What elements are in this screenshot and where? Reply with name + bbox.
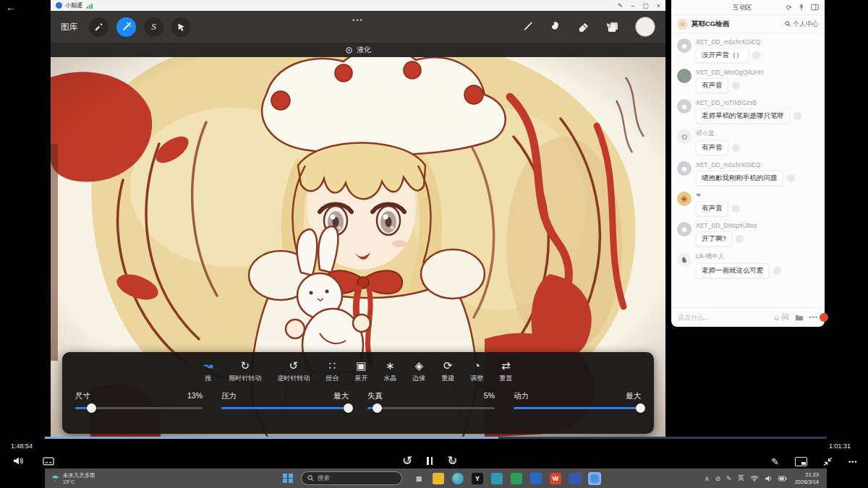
pen-status-icon[interactable]: ✎ bbox=[726, 475, 732, 482]
folder-button[interactable] bbox=[795, 314, 804, 321]
liquify-tool[interactable]: ∗ 水晶 bbox=[383, 359, 396, 383]
close-button[interactable]: × bbox=[657, 2, 660, 9]
slider-track[interactable] bbox=[221, 407, 349, 409]
smiley-icon: ☺ bbox=[773, 314, 780, 322]
slider-track[interactable] bbox=[367, 407, 495, 409]
hidden-icons-chevron[interactable]: ∧ bbox=[705, 475, 710, 482]
brush-button[interactable] bbox=[521, 21, 533, 33]
slider-knob[interactable] bbox=[636, 403, 645, 413]
selection-button[interactable]: S bbox=[144, 17, 163, 37]
liquify-tool[interactable]: ⇄ 重置 bbox=[499, 359, 512, 383]
chat-message: ☻ XET_DD_DWqzKJltos 开了啊? bbox=[677, 222, 819, 247]
taskbar-app-icon[interactable] bbox=[452, 473, 464, 484]
liquify-tool-label: 推 bbox=[205, 374, 211, 383]
taskbar-app-icon[interactable] bbox=[530, 473, 542, 484]
taskbar-clock[interactable]: 21:23 2026/3/14 bbox=[795, 471, 819, 485]
slider-track[interactable] bbox=[75, 407, 203, 409]
player-more-button[interactable]: ••• bbox=[848, 458, 857, 466]
weather-widget[interactable]: ☂ 未来几天多雨 15°C bbox=[45, 472, 166, 485]
paint-app-window: 小鹅通 ✎ – ▢ × 图库 bbox=[51, 0, 665, 437]
video-progress-bar[interactable] bbox=[45, 437, 827, 439]
liquify-tool-icon: ↺ bbox=[289, 359, 298, 372]
taskbar-app-icon[interactable]: Y bbox=[472, 473, 483, 484]
wrench-button[interactable] bbox=[89, 17, 109, 37]
chat-message-list[interactable]: ☻ XET_DD_mSchrXGiEQ 没开声音（） XET_DD_WmOgQi… bbox=[671, 33, 825, 307]
layers-button[interactable] bbox=[605, 21, 619, 33]
chat-input[interactable]: 说点什么... bbox=[678, 313, 767, 322]
back-button[interactable]: ← bbox=[6, 1, 16, 13]
wifi-icon[interactable] bbox=[750, 475, 759, 481]
taskbar-search-box[interactable]: 搜索 bbox=[301, 471, 402, 485]
taskbar-app-icon[interactable] bbox=[569, 473, 581, 484]
slider-knob[interactable] bbox=[344, 403, 353, 413]
chat-username: XET_DD_mSchrXGiEQ bbox=[696, 161, 819, 168]
taskbar-app-icon[interactable] bbox=[511, 473, 522, 484]
taskbar-app-icon[interactable]: ▦ bbox=[413, 473, 425, 484]
chat-more-button[interactable]: ••• bbox=[809, 314, 818, 321]
focus-assist-icon[interactable]: ⊘ bbox=[715, 475, 721, 482]
chat-username: XET_DD_mSchrXGiEQ bbox=[696, 38, 819, 46]
message-action-icon[interactable] bbox=[752, 51, 760, 59]
annotate-pencil-button[interactable]: ✎ bbox=[771, 456, 779, 467]
slider-knob[interactable] bbox=[87, 403, 96, 413]
ask-question-button[interactable]: ☺ 问 bbox=[773, 312, 788, 322]
ime-indicator[interactable]: 英 bbox=[738, 474, 744, 483]
chat-bubble: 开了啊? bbox=[696, 231, 732, 247]
pin-icon[interactable] bbox=[798, 4, 805, 12]
start-button[interactable] bbox=[283, 474, 293, 484]
smudge-button[interactable] bbox=[549, 21, 561, 33]
rewind-10-button[interactable]: ↺10 bbox=[402, 455, 412, 467]
refresh-icon[interactable]: ⟳ bbox=[786, 4, 792, 12]
liquify-tool[interactable]: ↻ 顺时针转动 bbox=[229, 359, 261, 383]
maximize-button[interactable]: ▢ bbox=[642, 2, 649, 9]
taskbar-app-icon[interactable]: W bbox=[550, 473, 561, 484]
message-action-icon[interactable] bbox=[773, 267, 781, 275]
message-action-icon[interactable] bbox=[793, 112, 801, 120]
adjustments-button[interactable] bbox=[116, 17, 136, 37]
canvas-options-button[interactable]: ••• bbox=[352, 17, 363, 24]
liquify-tool-label: 调整 bbox=[470, 374, 483, 383]
battery-icon[interactable] bbox=[778, 476, 787, 481]
message-action-icon[interactable] bbox=[732, 144, 740, 152]
pause-button[interactable] bbox=[427, 457, 433, 465]
liquify-tool[interactable]: ◔ 调整 bbox=[470, 359, 483, 383]
exit-fullscreen-button[interactable] bbox=[823, 457, 833, 466]
chat-bubble: 有声音 bbox=[696, 201, 728, 216]
slider-track[interactable] bbox=[514, 407, 641, 409]
liquify-tool[interactable]: ∷ 捏合 bbox=[326, 359, 339, 383]
liquify-tool[interactable]: ◈ 边缘 bbox=[412, 359, 425, 383]
color-swatch-button[interactable] bbox=[635, 17, 655, 37]
chat-username: XET_DD_DWqzKJltos bbox=[696, 222, 819, 229]
message-action-icon[interactable] bbox=[736, 235, 744, 243]
chat-message: ♞ Lik-镜中人 老师一画就这么可爱 bbox=[677, 252, 819, 278]
paint-toolbar: 图库 S bbox=[51, 11, 665, 43]
taskbar-app-icon[interactable] bbox=[589, 473, 600, 484]
progress-played bbox=[45, 437, 498, 439]
liquify-tool-label: 展开 bbox=[354, 374, 367, 383]
volume-button[interactable] bbox=[13, 456, 24, 466]
slider-knob[interactable] bbox=[373, 403, 382, 413]
volume-icon[interactable] bbox=[765, 475, 773, 482]
eraser-button[interactable] bbox=[577, 21, 590, 33]
profile-button[interactable]: 个人中心 bbox=[785, 20, 819, 29]
channel-name: 莫耶CG绘画 bbox=[692, 20, 729, 29]
liquify-tool[interactable]: ⟳ 重建 bbox=[441, 359, 454, 383]
liquify-tool[interactable]: ▣ 展开 bbox=[354, 359, 367, 383]
popout-icon[interactable] bbox=[811, 4, 819, 11]
message-action-icon[interactable] bbox=[732, 82, 740, 90]
message-action-icon[interactable] bbox=[732, 205, 740, 213]
transform-button[interactable] bbox=[171, 17, 191, 37]
message-action-icon[interactable] bbox=[787, 174, 795, 182]
liquify-tool-label: 逆时针转动 bbox=[277, 374, 310, 383]
gallery-button[interactable]: 图库 bbox=[61, 22, 77, 33]
forward-30-button[interactable]: ↻30 bbox=[447, 455, 457, 467]
taskbar-app-icon[interactable] bbox=[491, 473, 503, 484]
minimize-button[interactable]: – bbox=[631, 2, 634, 9]
mini-player-button[interactable] bbox=[795, 457, 807, 466]
subtitle-button[interactable] bbox=[43, 457, 54, 466]
annotate-icon[interactable]: ✎ bbox=[618, 2, 624, 9]
liquify-tool[interactable]: ↝ 推 bbox=[204, 359, 213, 383]
taskbar-app-icon[interactable] bbox=[433, 473, 444, 484]
liquify-tool[interactable]: ↺ 逆时针转动 bbox=[277, 359, 310, 383]
eraser-icon bbox=[577, 21, 590, 33]
